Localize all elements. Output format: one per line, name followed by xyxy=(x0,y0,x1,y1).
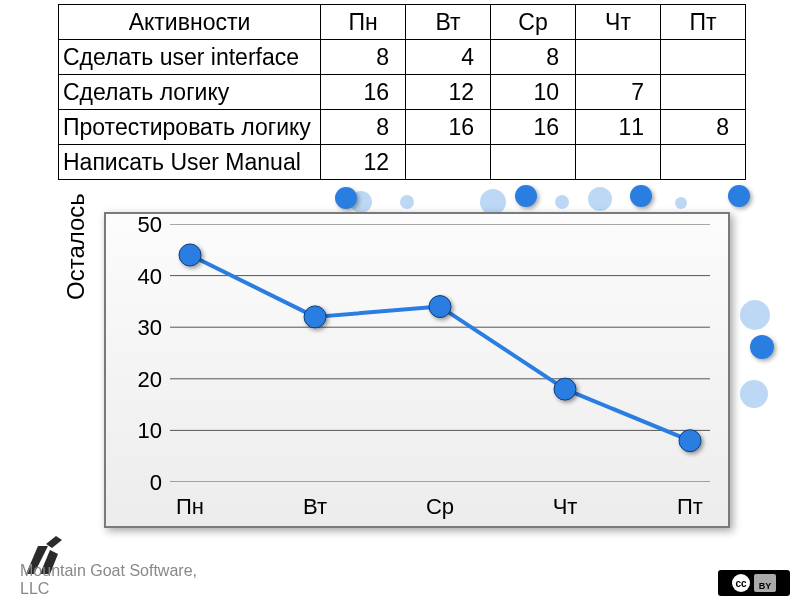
cc-by-icon: BY xyxy=(754,574,776,592)
table-row: Сделать логику1612107 xyxy=(59,75,746,110)
decoration-dots-side xyxy=(740,300,800,500)
value-cell xyxy=(576,40,661,75)
footer-line2: LLC xyxy=(20,580,49,597)
x-tick-label: Ср xyxy=(410,494,470,520)
table-row: Протестировать логику81616118 xyxy=(59,110,746,145)
value-cell: 12 xyxy=(321,145,406,180)
col-header-wed: Ср xyxy=(491,5,576,40)
cc-icon: cc xyxy=(732,574,750,592)
activities-table: Активности Пн Вт Ср Чт Пт Сделать user i… xyxy=(58,4,746,180)
y-tick-label: 30 xyxy=(132,315,162,341)
table-row: Сделать user interface848 xyxy=(59,40,746,75)
value-cell: 8 xyxy=(491,40,576,75)
value-cell: 4 xyxy=(406,40,491,75)
value-cell: 16 xyxy=(321,75,406,110)
activity-cell: Протестировать логику xyxy=(59,110,321,145)
series-line xyxy=(190,255,690,441)
value-cell xyxy=(491,145,576,180)
value-cell: 16 xyxy=(406,110,491,145)
value-cell: 7 xyxy=(576,75,661,110)
value-cell xyxy=(576,145,661,180)
value-cell: 8 xyxy=(661,110,746,145)
value-cell xyxy=(661,145,746,180)
x-tick-label: Вт xyxy=(285,494,345,520)
value-cell xyxy=(661,40,746,75)
value-cell: 11 xyxy=(576,110,661,145)
table-row: Написать User Manual12 xyxy=(59,145,746,180)
data-point xyxy=(179,244,201,266)
cc-badge: cc BY xyxy=(718,570,790,596)
value-cell: 10 xyxy=(491,75,576,110)
svg-marker-2 xyxy=(46,536,62,548)
col-header-fri: Пт xyxy=(661,5,746,40)
y-tick-label: 50 xyxy=(132,212,162,238)
y-tick-label: 20 xyxy=(132,367,162,393)
x-tick-label: Пн xyxy=(160,494,220,520)
col-header-tue: Вт xyxy=(406,5,491,40)
y-tick-label: 10 xyxy=(132,418,162,444)
value-cell: 8 xyxy=(321,110,406,145)
chart-y-axis-label: Осталось xyxy=(62,193,90,300)
data-point xyxy=(429,296,451,318)
y-tick-label: 0 xyxy=(132,470,162,496)
value-cell: 12 xyxy=(406,75,491,110)
footer-line1: Mountain Goat Software, xyxy=(20,562,197,579)
activity-cell: Сделать логику xyxy=(59,75,321,110)
data-point xyxy=(554,378,576,400)
activity-cell: Написать User Manual xyxy=(59,145,321,180)
col-header-activity: Активности xyxy=(59,5,321,40)
footer-credit: Mountain Goat Software, LLC xyxy=(20,562,197,598)
activity-cell: Сделать user interface xyxy=(59,40,321,75)
value-cell: 8 xyxy=(321,40,406,75)
value-cell: 16 xyxy=(491,110,576,145)
value-cell xyxy=(406,145,491,180)
x-tick-label: Пт xyxy=(660,494,720,520)
chart-plot-area xyxy=(170,224,710,482)
data-point xyxy=(679,430,701,452)
value-cell xyxy=(661,75,746,110)
data-point xyxy=(304,306,326,328)
x-tick-label: Чт xyxy=(535,494,595,520)
burndown-chart: 01020304050 ПнВтСрЧтПт xyxy=(104,212,730,528)
y-tick-label: 40 xyxy=(132,264,162,290)
col-header-thu: Чт xyxy=(576,5,661,40)
col-header-mon: Пн xyxy=(321,5,406,40)
